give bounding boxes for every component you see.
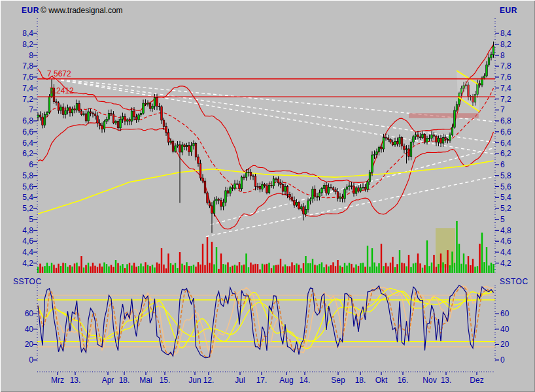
price-tick-label: 5,6 (500, 182, 523, 191)
price-tick-label: 4,6 (14, 237, 33, 246)
price-tick-label: 4,4 (500, 248, 523, 257)
price-tick-label: 4,8 (14, 226, 33, 235)
price-tick-label: 5,2 (14, 204, 33, 213)
price-tick-label: 5,8 (500, 171, 523, 180)
price-tick-label: 4,8 (500, 226, 523, 235)
price-tick-label: 7,8 (14, 61, 33, 71)
price-tick-label: 5,4 (14, 193, 33, 202)
sstoc-tick-label: 60 (14, 309, 33, 318)
x-axis-label: Sep (326, 376, 350, 385)
sstoc-tick-label: 60 (500, 309, 523, 318)
x-axis-label: Dez (465, 376, 489, 385)
price-tick-label: 7,4 (500, 84, 523, 93)
price-tick-label: 7,6 (500, 73, 523, 82)
price-tick-label: 7,2 (500, 95, 523, 104)
currency-label-right: EUR (500, 6, 517, 15)
price-tick-label: 8,2 (500, 40, 523, 49)
price-tick-label: 8,4 (500, 29, 523, 38)
price-tick-label: 7 (500, 105, 523, 114)
price-tick-label: 6 (14, 160, 33, 169)
price-tick-label: 4,6 (500, 237, 523, 246)
price-tick-label: 8 (14, 51, 33, 60)
price-tick-label: 7,4 (14, 84, 33, 93)
price-tick-label: 7,6 (14, 73, 33, 82)
price-tick-label: 4,4 (14, 248, 33, 257)
tradesignal-chart-window: EUR © www.tradesignal.com EUR SSTOC SSTO… (0, 0, 535, 392)
price-tick-label: 7,8 (500, 61, 523, 71)
price-tick-label: 8,2 (14, 40, 33, 49)
price-tick-label: 6,6 (500, 127, 523, 137)
x-axis-label: 18. (349, 376, 372, 385)
price-tick-label: 8,4 (14, 29, 33, 38)
price-tick-label: 4,2 (500, 259, 523, 268)
price-tick-label: 5 (14, 215, 33, 224)
sstoc-tick-label: 0 (500, 355, 523, 365)
x-axis-label: 12. (197, 376, 220, 385)
price-tick-label: 5,6 (14, 182, 33, 191)
sstoc-tick-label: 20 (500, 340, 523, 349)
x-axis-label: 13. (63, 376, 87, 385)
price-tick-label: 6,4 (14, 139, 33, 148)
sstoc-panel-label-right: SSTOC (500, 277, 528, 286)
price-tick-label: 7,2 (14, 95, 33, 104)
sstoc-panel-label-left: SSTOC (13, 277, 42, 286)
price-tick-label: 7 (14, 105, 33, 114)
x-axis-label: 16. (391, 376, 415, 385)
x-axis-label: 14. (293, 376, 317, 385)
resistance-price-label-2: 7.2412 (50, 86, 74, 95)
currency-label-left: EUR (22, 6, 39, 15)
chart-canvas[interactable] (0, 0, 535, 392)
price-tick-label: 6,4 (500, 139, 523, 148)
price-tick-label: 6,2 (14, 149, 33, 158)
price-tick-label: 6,2 (500, 149, 523, 158)
price-tick-label: 6,8 (500, 116, 523, 125)
price-tick-label: 5,8 (14, 171, 33, 180)
price-tick-label: 4,2 (14, 259, 33, 268)
price-tick-label: 6,6 (14, 127, 33, 137)
price-tick-label: 5 (500, 215, 523, 224)
sstoc-tick-label: 40 (500, 325, 523, 334)
x-axis-label: Okt (370, 376, 393, 385)
resistance-price-label-1: 7.5672 (47, 69, 71, 78)
x-axis-label: 15. (153, 376, 177, 385)
copyright-text: © www.tradesignal.com (41, 6, 123, 15)
sstoc-tick-label: 20 (14, 340, 33, 349)
sstoc-tick-label: 40 (14, 325, 33, 334)
x-axis-label: Jul (228, 376, 252, 385)
x-axis-label: 18. (112, 376, 136, 385)
sstoc-tick-label: 0 (14, 355, 33, 365)
price-tick-label: 8 (500, 51, 523, 60)
price-tick-label: 6,8 (14, 116, 33, 125)
price-tick-label: 5,2 (500, 204, 523, 213)
price-tick-label: 6 (500, 160, 523, 169)
x-axis-label: 13. (434, 376, 458, 385)
x-axis-label: 17. (250, 376, 273, 385)
price-tick-label: 5,4 (500, 193, 523, 202)
